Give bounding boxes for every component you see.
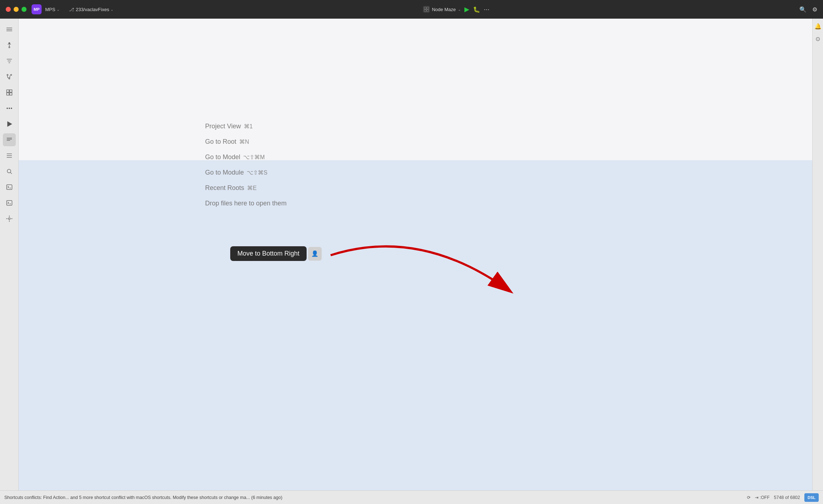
svg-rect-3: [427, 10, 429, 11]
person-icon: 👤: [311, 250, 318, 257]
sidebar-item-list[interactable]: [3, 149, 16, 162]
hint-go-to-root: Go to Root ⌘N: [205, 138, 287, 146]
branch-selector[interactable]: ⎇ 233/vaclavFixes ⌄: [69, 7, 113, 12]
close-button[interactable]: [6, 7, 11, 12]
maximize-button[interactable]: [22, 7, 27, 12]
titlebar-left: MP MPS ⌄ ⎇ 233/vaclavFixes ⌄: [32, 4, 113, 14]
svg-rect-11: [6, 93, 9, 95]
sidebar-item-terminal2[interactable]: [3, 196, 16, 209]
debug-button[interactable]: 🐛: [473, 6, 480, 13]
right-sidebar: 🔔 ⊙: [812, 19, 823, 490]
svg-rect-10: [9, 90, 12, 92]
indent-icon: ⇥: [755, 495, 758, 500]
sidebar-item-filter[interactable]: [3, 54, 16, 67]
main-content: Project View ⌘1 Go to Root ⌘N Go to Mode…: [19, 19, 812, 490]
status-right: ⟳ ⇥ :OFF 5748 of 6802 DSL: [747, 493, 819, 502]
project-name[interactable]: MPS ⌄: [45, 7, 60, 12]
traffic-lights: [6, 7, 27, 12]
sidebar-item-terminal[interactable]: [3, 181, 16, 194]
main-layout: Project View ⌘1 Go to Root ⌘N Go to Mode…: [0, 19, 823, 490]
svg-rect-12: [9, 93, 12, 95]
svg-point-13: [6, 108, 8, 109]
sidebar-item-text[interactable]: [3, 133, 16, 146]
tooltip-popup: Move to Bottom Right 👤: [230, 246, 322, 261]
run-config-chevron: ⌄: [458, 8, 461, 11]
svg-point-7: [10, 74, 11, 75]
branch-chevron: ⌄: [110, 8, 113, 11]
svg-rect-0: [424, 7, 426, 9]
run-config-label: Node Maze: [432, 7, 455, 12]
run-button[interactable]: ▶: [464, 5, 469, 13]
editor-top: [19, 19, 812, 160]
run-configuration[interactable]: Node Maze ⌄: [423, 6, 460, 13]
svg-rect-1: [427, 7, 429, 9]
svg-point-20: [8, 218, 10, 220]
settings-icon[interactable]: ⚙: [812, 6, 817, 13]
svg-point-17: [7, 169, 11, 173]
svg-rect-18: [6, 185, 12, 189]
sidebar-item-run[interactable]: [3, 118, 16, 130]
hint-project-view: Project View ⌘1: [205, 123, 287, 130]
titlebar: MP MPS ⌄ ⎇ 233/vaclavFixes ⌄ Node Maze ⌄…: [0, 0, 823, 19]
run-config-icon: [423, 6, 430, 13]
svg-point-6: [7, 74, 8, 75]
status-message: Shortcuts conflicts: Find Action... and …: [4, 495, 741, 500]
titlebar-actions: 🔍 ⚙: [799, 6, 817, 13]
sidebar-item-merge[interactable]: [3, 70, 16, 83]
statusbar: Shortcuts conflicts: Find Action... and …: [0, 490, 823, 504]
hint-drop-files: Drop files here to open them: [205, 200, 287, 207]
sidebar-item-plugin[interactable]: [3, 212, 16, 225]
svg-rect-2: [424, 10, 426, 11]
hint-go-to-model: Go to Model ⌥⇧⌘M: [205, 153, 287, 161]
sidebar-item-project[interactable]: [3, 23, 16, 36]
line-count: 5748 of 6802: [774, 495, 800, 500]
editor-bottom: [19, 160, 812, 490]
notification-icon[interactable]: 🔔: [814, 23, 822, 30]
svg-point-5: [9, 47, 10, 48]
hint-recent-roots: Recent Roots ⌘E: [205, 184, 287, 192]
branch-icon: ⎇: [69, 7, 74, 12]
tooltip-label: Move to Bottom Right: [230, 246, 307, 261]
svg-rect-9: [6, 90, 9, 92]
svg-rect-19: [6, 200, 12, 205]
indent-label[interactable]: ⇥ :OFF: [755, 495, 770, 500]
minimize-button[interactable]: [14, 7, 19, 12]
sync-icon[interactable]: ⟳: [747, 495, 751, 500]
titlebar-center: Node Maze ⌄ ▶ 🐛 ⋯: [113, 5, 799, 13]
dsl-badge[interactable]: DSL: [804, 493, 819, 502]
more-options-button[interactable]: ⋯: [484, 6, 489, 13]
settings-wheel-icon[interactable]: ⊙: [815, 35, 820, 42]
svg-point-14: [9, 108, 10, 109]
sidebar-item-layout[interactable]: [3, 86, 16, 99]
hint-text-area: Project View ⌘1 Go to Root ⌘N Go to Mode…: [205, 123, 287, 207]
svg-point-15: [11, 108, 12, 109]
tooltip-icon-button[interactable]: 👤: [308, 247, 322, 261]
project-chevron: ⌄: [57, 8, 60, 11]
hint-go-to-module: Go to Module ⌥⇧⌘S: [205, 169, 287, 176]
sidebar-item-search[interactable]: [3, 165, 16, 178]
sidebar-item-vcs[interactable]: [3, 39, 16, 52]
sidebar-item-more[interactable]: [3, 102, 16, 115]
left-sidebar: [0, 19, 19, 490]
svg-marker-16: [8, 122, 12, 126]
mps-logo: MP: [32, 4, 42, 14]
search-icon[interactable]: 🔍: [799, 6, 807, 13]
